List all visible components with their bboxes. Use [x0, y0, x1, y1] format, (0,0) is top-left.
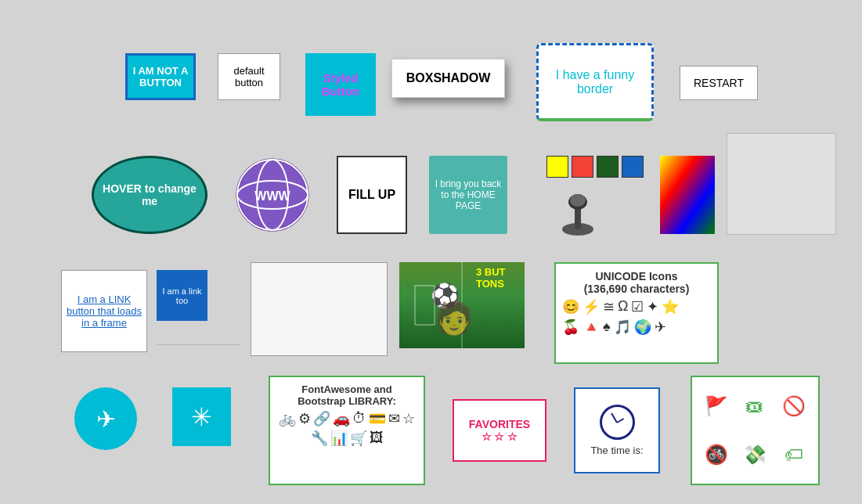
link-too-label: I am a link too [159, 283, 205, 308]
clock-icon [600, 405, 635, 440]
unicode-icons-row2: 🍒 🔺 ♠ 🎵 🌍 ✈ [562, 319, 711, 336]
styled-button[interactable]: Styled Button [305, 53, 376, 116]
fontawesome-title: FontAwesome and Bootstrap LIBRARY: [276, 383, 417, 407]
airplane-icon: ✈ [96, 405, 116, 433]
dotted-separator [157, 344, 239, 345]
green-icons-box: 🚩 🎟 🚫 🚳 💸 🏷 [691, 376, 820, 485]
iframe-display [251, 262, 388, 356]
green-icon-no-bike: 🚳 [705, 444, 728, 466]
green-icon-flag: 🚩 [705, 395, 728, 417]
gradient-box [660, 156, 715, 234]
restart-button[interactable]: RESTART [680, 66, 758, 100]
default-button[interactable]: default button [218, 53, 280, 100]
green-icon-tag: 🏷 [784, 444, 803, 466]
fa-icons-row: 🚲 ⚙ 🔗 🚗 ⏱ 💳 ✉ ☆ 🔧 📊 🛒 🖼 [276, 410, 417, 447]
green-icon-no: 🚫 [782, 395, 806, 417]
dark-green-square [597, 156, 619, 178]
time-label: The time is: [590, 445, 643, 456]
svg-text:WWW: WWW [254, 189, 290, 203]
soccer-image: ⚽ 🧑 [399, 262, 525, 348]
red-square [572, 156, 593, 178]
unicode-subtitle: (136,690 characters) [562, 283, 711, 295]
hover-button[interactable]: HOVER to change me [92, 156, 207, 234]
fill-up-label: FILL UP [348, 188, 395, 202]
sparkle-icon: ✳ [191, 402, 212, 432]
link-frame-label: I am a LINK button that loads in a frame [62, 293, 146, 329]
link-too-button[interactable]: I am a link too [157, 270, 207, 321]
boxshadow-button[interactable]: BOXSHADOW [391, 59, 505, 98]
svg-point-8 [570, 194, 586, 207]
globe-icon: WWW [233, 156, 312, 234]
unicode-box: UNICODE Icons (136,690 characters) 😊 ⚡ ≅… [554, 262, 719, 364]
joystick-widget [546, 184, 609, 239]
svg-text:🧑: 🧑 [435, 299, 474, 337]
link-frame-button[interactable]: I am a LINK button that loads in a frame [61, 270, 147, 352]
yellow-square [546, 156, 568, 178]
funny-border-box: I have a funny border [536, 43, 654, 121]
blue-square [622, 156, 644, 178]
fontawesome-box: FontAwesome and Bootstrap LIBRARY: 🚲 ⚙ 🔗… [269, 376, 425, 485]
three-buttons-label: 3 BUTTONS [476, 266, 506, 290]
restart-label: RESTART [694, 77, 744, 89]
sparkle-button[interactable]: ✳ [172, 387, 231, 446]
favorites-label: FAVORITES [469, 418, 530, 430]
time-box: The time is: [574, 387, 660, 473]
unicode-icons-row1: 😊 ⚡ ≅ Ω ☑ ✦ ⭐ [562, 298, 711, 315]
boxshadow-label: BOXSHADOW [406, 71, 491, 85]
homepage-label: I bring you back to the HOME PAGE [429, 175, 507, 214]
styled-button-label: Styled Button [307, 71, 374, 98]
color-squares-row [546, 156, 644, 178]
favorites-button[interactable]: FAVORITES ☆ ☆ ☆ [453, 399, 546, 462]
default-button-label: default button [218, 65, 280, 88]
not-a-button: I AM NOT A BUTTON [125, 53, 196, 100]
svg-rect-11 [415, 286, 435, 325]
airplane-button[interactable]: ✈ [74, 387, 137, 450]
not-button-label: I AM NOT A BUTTON [128, 65, 193, 88]
green-icon-ticket: 🎟 [745, 395, 764, 417]
clock-hour-hand [617, 418, 625, 423]
hover-label: HOVER to change me [94, 182, 205, 207]
green-icon-money: 💸 [743, 444, 766, 466]
fill-up-button[interactable]: FILL UP [337, 156, 407, 234]
funny-border-label: I have a funny border [545, 68, 645, 96]
favorites-stars: ☆ ☆ ☆ [481, 430, 518, 443]
homepage-button[interactable]: I bring you back to the HOME PAGE [429, 156, 507, 234]
unicode-title: UNICODE Icons [562, 270, 711, 283]
gray-display-box [727, 133, 836, 235]
